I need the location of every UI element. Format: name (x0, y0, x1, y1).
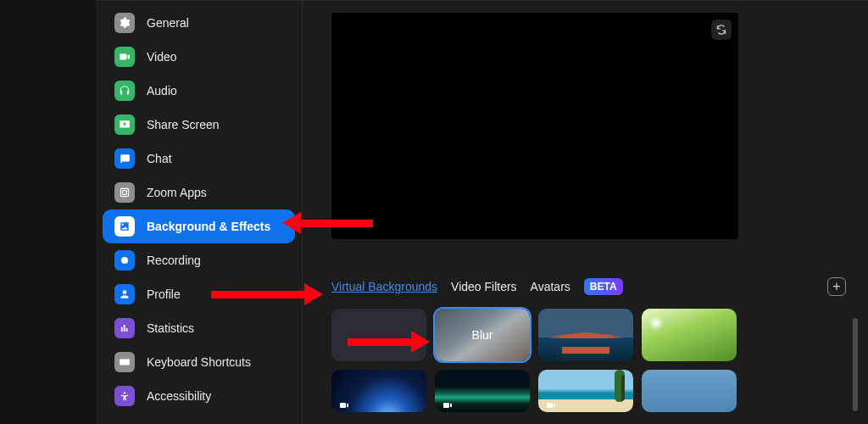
background-tile-aurora[interactable] (435, 370, 530, 412)
svg-rect-1 (123, 191, 127, 195)
video-icon (114, 47, 135, 67)
sidebar-item-profile[interactable]: Profile (103, 277, 295, 311)
sidebar-item-label: General (147, 16, 189, 30)
background-tile-earth[interactable] (331, 370, 426, 412)
background-tile-none[interactable] (331, 309, 426, 361)
sidebar-item-label: Audio (147, 84, 177, 98)
sidebar-item-label: Share Screen (147, 118, 220, 131)
background-tile-blur[interactable]: Blur (435, 309, 530, 361)
settings-sidebar: General Video Audio Share Screen Chat Zo… (96, 0, 303, 424)
sidebar-item-zoom-apps[interactable]: Zoom Apps (103, 176, 295, 209)
headphones-icon (114, 81, 135, 101)
sidebar-item-label: Recording (147, 254, 201, 267)
background-grid-row2 (331, 370, 742, 412)
video-indicator-icon (543, 399, 559, 409)
sidebar-item-audio[interactable]: Audio (103, 74, 295, 108)
scrollbar-thumb[interactable] (853, 318, 858, 411)
tab-avatars[interactable]: Avatars (531, 280, 570, 293)
background-tabs: Virtual Backgrounds Video Filters Avatar… (331, 278, 846, 295)
sidebar-item-label: Video (147, 50, 177, 64)
statistics-icon (114, 318, 135, 338)
sidebar-item-label: Statistics (147, 321, 194, 335)
sidebar-item-video[interactable]: Video (103, 40, 295, 74)
sidebar-item-label: Zoom Apps (147, 186, 207, 199)
sidebar-item-recording[interactable]: Recording (103, 243, 295, 277)
sidebar-item-background-effects[interactable]: Background & Effects (103, 209, 295, 243)
video-indicator-icon (440, 399, 455, 409)
chat-icon (114, 148, 135, 169)
keyboard-icon (114, 352, 135, 372)
background-icon (114, 216, 135, 237)
sidebar-item-label: Chat (147, 152, 172, 165)
svg-rect-0 (120, 188, 128, 196)
sidebar-item-label: Keyboard Shortcuts (147, 355, 251, 369)
sidebar-item-label: Background & Effects (147, 220, 270, 233)
settings-main: Virtual Backgrounds Video Filters Avatar… (303, 0, 868, 424)
tab-virtual-backgrounds[interactable]: Virtual Backgrounds (331, 280, 437, 293)
sidebar-item-general[interactable]: General (103, 6, 295, 40)
beta-badge: BETA (584, 278, 623, 295)
sidebar-item-label: Accessibility (147, 389, 211, 403)
video-indicator-icon (337, 399, 352, 409)
sidebar-item-statistics[interactable]: Statistics (103, 311, 295, 345)
background-tile-bridge[interactable] (538, 309, 633, 361)
sidebar-item-label: Profile (147, 287, 181, 301)
background-tile-beach[interactable] (538, 370, 633, 412)
apps-icon (114, 182, 135, 203)
tile-label: Blur (472, 328, 493, 342)
share-screen-icon (114, 114, 135, 135)
background-tile-grass[interactable] (642, 309, 737, 361)
gear-icon (114, 13, 135, 33)
sidebar-item-chat[interactable]: Chat (103, 142, 295, 176)
left-gutter (0, 0, 96, 424)
profile-icon (114, 284, 135, 304)
tab-video-filters[interactable]: Video Filters (451, 280, 517, 293)
background-tile-sky[interactable] (642, 370, 737, 412)
sidebar-item-keyboard-shortcuts[interactable]: Keyboard Shortcuts (103, 345, 295, 379)
sidebar-item-accessibility[interactable]: Accessibility (103, 379, 295, 413)
sidebar-item-share-screen[interactable]: Share Screen (103, 108, 295, 142)
video-preview (331, 13, 738, 239)
add-background-button[interactable]: + (827, 277, 846, 296)
recording-icon (114, 250, 135, 271)
background-grid: Blur (331, 309, 742, 361)
accessibility-icon (114, 386, 135, 406)
rotate-camera-button[interactable] (711, 20, 732, 40)
